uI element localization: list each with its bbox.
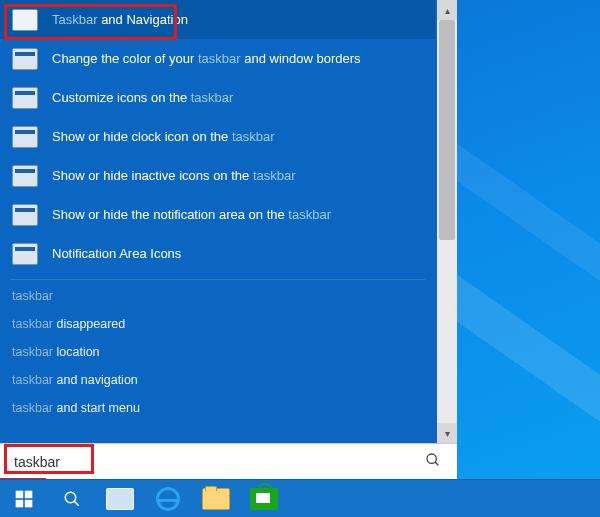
scroll-up-button[interactable]: ▴	[437, 0, 457, 20]
svg-line-7	[74, 501, 79, 506]
scroll-thumb[interactable]	[439, 20, 455, 240]
search-icon	[63, 490, 81, 508]
start-button[interactable]	[0, 480, 48, 518]
settings-strip-icon	[12, 87, 38, 109]
result-clock-icon[interactable]: Show or hide clock icon on the taskbar	[0, 117, 435, 156]
result-change-color[interactable]: Change the color of your taskbar and win…	[0, 39, 435, 78]
svg-point-0	[427, 454, 436, 463]
result-notification-area-icons[interactable]: Notification Area Icons	[0, 234, 435, 273]
taskbar	[0, 479, 600, 517]
svg-rect-4	[16, 499, 24, 507]
svg-point-6	[65, 492, 76, 503]
results-divider	[10, 279, 425, 280]
svg-rect-5	[25, 499, 33, 507]
result-inactive-icons[interactable]: Show or hide inactive icons on the taskb…	[0, 156, 435, 195]
scroll-down-button[interactable]: ▾	[437, 423, 457, 443]
search-input[interactable]	[14, 454, 419, 470]
suggestion-taskbar[interactable]: taskbar	[0, 282, 435, 310]
suggestion-taskbar-and-navigation[interactable]: taskbar and navigation	[0, 366, 435, 394]
suggestion-taskbar-location[interactable]: taskbar location	[0, 338, 435, 366]
task-view-icon	[106, 488, 134, 510]
control-panel-icon	[12, 9, 38, 31]
settings-strip-icon	[12, 204, 38, 226]
windows-logo-icon	[14, 489, 34, 509]
settings-strip-icon	[12, 126, 38, 148]
start-search-panel: Taskbar and Navigation Change the color …	[0, 0, 457, 479]
suggestion-taskbar-disappeared[interactable]: taskbar disappeared	[0, 310, 435, 338]
results-scrollbar[interactable]: ▴ ▾	[437, 0, 457, 443]
search-results-area: Taskbar and Navigation Change the color …	[0, 0, 457, 443]
result-text: Taskbar	[52, 12, 98, 27]
task-view-button[interactable]	[96, 480, 144, 518]
svg-rect-3	[25, 490, 33, 498]
svg-rect-2	[16, 490, 24, 498]
suggestion-taskbar-and-start-menu[interactable]: taskbar and start menu	[0, 394, 435, 422]
svg-line-1	[435, 462, 438, 465]
result-notification-area[interactable]: Show or hide the notification area on th…	[0, 195, 435, 234]
desktop-wallpaper: Taskbar and Navigation Change the color …	[0, 0, 600, 517]
settings-strip-icon	[12, 165, 38, 187]
file-explorer-button[interactable]	[192, 480, 240, 518]
search-box[interactable]	[0, 443, 457, 479]
internet-explorer-button[interactable]	[144, 480, 192, 518]
search-icon[interactable]	[419, 452, 447, 472]
windows-store-button[interactable]	[240, 480, 288, 518]
result-customize-icons[interactable]: Customize icons on the taskbar	[0, 78, 435, 117]
file-explorer-icon	[202, 488, 230, 510]
settings-strip-icon	[12, 48, 38, 70]
store-icon	[250, 488, 278, 510]
ie-icon	[156, 487, 180, 511]
settings-strip-icon	[12, 243, 38, 265]
taskbar-search-button[interactable]	[48, 480, 96, 518]
result-taskbar-and-navigation[interactable]: Taskbar and Navigation	[0, 0, 435, 39]
